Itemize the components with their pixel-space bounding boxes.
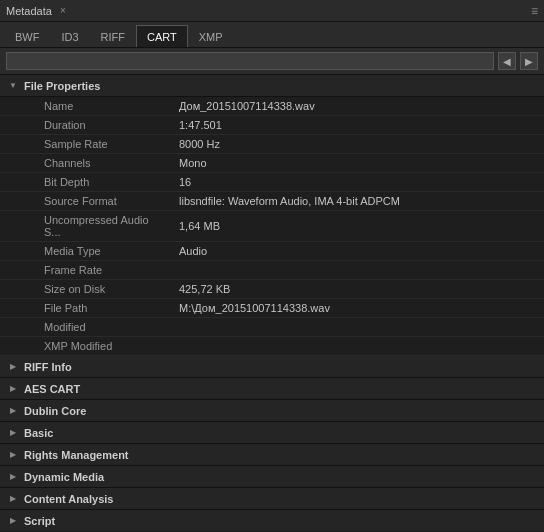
nav-prev-button[interactable]: ◀ xyxy=(498,52,516,70)
collapsible-sections-container: ▶ RIFF Info ▶ AES CART ▶ Dublin Core ▶ B… xyxy=(0,356,544,531)
tab-cart[interactable]: CART xyxy=(136,25,188,47)
section-header-2[interactable]: ▶ Dublin Core xyxy=(0,400,544,422)
file-properties-section-header[interactable]: ▼ File Properties xyxy=(0,75,544,97)
prop-name-0: Name xyxy=(0,97,175,116)
tab-riff[interactable]: RIFF xyxy=(90,25,136,47)
prop-value-6: 1,64 MB xyxy=(175,211,544,242)
table-row: Name Дом_20151007114338.wav xyxy=(0,97,544,116)
prop-name-5: Source Format xyxy=(0,192,175,211)
section-header-4[interactable]: ▶ Rights Management xyxy=(0,444,544,466)
prop-name-6: Uncompressed Audio S... xyxy=(0,211,175,242)
prop-value-9: 425,72 KB xyxy=(175,280,544,299)
table-row: Media Type Audio xyxy=(0,242,544,261)
prop-name-9: Size on Disk xyxy=(0,280,175,299)
section-toggle-4: ▶ xyxy=(8,450,18,459)
file-properties-label: File Properties xyxy=(24,80,100,92)
prop-name-11: Modified xyxy=(0,318,175,337)
panel-menu-icon[interactable]: ≡ xyxy=(531,4,538,18)
prop-name-12: XMP Modified xyxy=(0,337,175,356)
table-row: Size on Disk 425,72 KB xyxy=(0,280,544,299)
section-toggle-3: ▶ xyxy=(8,428,18,437)
section-toggle-5: ▶ xyxy=(8,472,18,481)
section-header-1[interactable]: ▶ AES CART xyxy=(0,378,544,400)
prop-value-5: libsndfile: Waveform Audio, IMA 4-bit AD… xyxy=(175,192,544,211)
section-header-0[interactable]: ▶ RIFF Info xyxy=(0,356,544,378)
prop-name-1: Duration xyxy=(0,116,175,135)
table-row: Duration 1:47.501 xyxy=(0,116,544,135)
prop-value-8 xyxy=(175,261,544,280)
section-toggle-2: ▶ xyxy=(8,406,18,415)
section-label-6: Content Analysis xyxy=(24,493,113,505)
prop-name-7: Media Type xyxy=(0,242,175,261)
prop-value-0: Дом_20151007114338.wav xyxy=(175,97,544,116)
section-label-2: Dublin Core xyxy=(24,405,86,417)
prop-name-3: Channels xyxy=(0,154,175,173)
prop-value-2: 8000 Hz xyxy=(175,135,544,154)
section-header-7[interactable]: ▶ Script xyxy=(0,510,544,531)
section-header-3[interactable]: ▶ Basic xyxy=(0,422,544,444)
table-row: Modified xyxy=(0,318,544,337)
table-row: Uncompressed Audio S... 1,64 MB xyxy=(0,211,544,242)
panel-close-button[interactable]: × xyxy=(60,5,66,16)
file-properties-table: Name Дом_20151007114338.wav Duration 1:4… xyxy=(0,97,544,356)
table-row: Sample Rate 8000 Hz xyxy=(0,135,544,154)
panel-title: Metadata xyxy=(6,5,52,17)
content-area: ▼ File Properties Name Дом_2015100711433… xyxy=(0,75,544,531)
prop-value-10: M:\Дом_20151007114338.wav xyxy=(175,299,544,318)
file-properties-toggle: ▼ xyxy=(8,81,18,90)
prop-value-1: 1:47.501 xyxy=(175,116,544,135)
search-input[interactable] xyxy=(6,52,494,70)
search-bar: ◀ ▶ xyxy=(0,48,544,75)
prop-value-4: 16 xyxy=(175,173,544,192)
tabs-bar: BWF ID3 RIFF CART XMP xyxy=(0,22,544,48)
table-row: XMP Modified xyxy=(0,337,544,356)
table-row: Channels Mono xyxy=(0,154,544,173)
tab-id3[interactable]: ID3 xyxy=(50,25,89,47)
panel-header: Metadata × ≡ xyxy=(0,0,544,22)
prop-value-3: Mono xyxy=(175,154,544,173)
section-toggle-6: ▶ xyxy=(8,494,18,503)
prop-value-7: Audio xyxy=(175,242,544,261)
tab-xmp[interactable]: XMP xyxy=(188,25,234,47)
section-header-6[interactable]: ▶ Content Analysis xyxy=(0,488,544,510)
section-toggle-7: ▶ xyxy=(8,516,18,525)
panel-title-area: Metadata × xyxy=(6,5,66,17)
section-header-5[interactable]: ▶ Dynamic Media xyxy=(0,466,544,488)
table-row: Source Format libsndfile: Waveform Audio… xyxy=(0,192,544,211)
section-label-3: Basic xyxy=(24,427,53,439)
prop-value-11 xyxy=(175,318,544,337)
nav-next-button[interactable]: ▶ xyxy=(520,52,538,70)
section-toggle-1: ▶ xyxy=(8,384,18,393)
tab-bwf[interactable]: BWF xyxy=(4,25,50,47)
section-toggle-0: ▶ xyxy=(8,362,18,371)
prop-name-10: File Path xyxy=(0,299,175,318)
section-label-1: AES CART xyxy=(24,383,80,395)
section-label-5: Dynamic Media xyxy=(24,471,104,483)
table-row: Frame Rate xyxy=(0,261,544,280)
table-row: File Path M:\Дом_20151007114338.wav xyxy=(0,299,544,318)
table-row: Bit Depth 16 xyxy=(0,173,544,192)
prop-name-4: Bit Depth xyxy=(0,173,175,192)
section-label-7: Script xyxy=(24,515,55,527)
section-label-4: Rights Management xyxy=(24,449,129,461)
prop-name-2: Sample Rate xyxy=(0,135,175,154)
section-label-0: RIFF Info xyxy=(24,361,72,373)
prop-name-8: Frame Rate xyxy=(0,261,175,280)
prop-value-12 xyxy=(175,337,544,356)
